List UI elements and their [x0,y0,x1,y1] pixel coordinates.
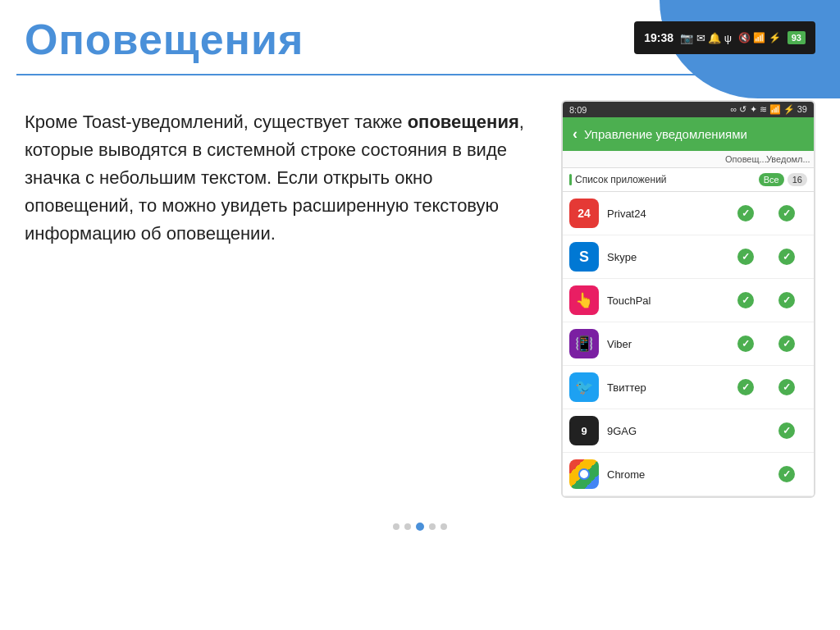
check-circle: ✓ [778,205,795,221]
chrome-inner-circle [578,468,590,480]
app-name-privat24: Privat24 [607,208,725,220]
phone-header: ‹ Управление уведомлениями [563,117,814,151]
page-indicator [0,523,840,531]
check1-skype: ✓ [725,249,766,265]
battery-level: 93 [788,31,806,44]
check-cols-9gag: ✓ [725,422,807,439]
dot-3-active [416,523,424,531]
check-circle: ✓ [737,292,754,308]
check1-twitter: ✓ [725,379,766,395]
check1-chrome [725,466,766,482]
check2-chrome: ✓ [766,466,807,482]
text-part1: Кроме Toast-уведомлений, существует такж… [25,112,408,132]
dot-5 [441,523,447,530]
status-bar: 19:38 📷 ✉ 🔔 ψ 🔇 📶 ⚡ 93 [634,21,815,54]
app-list-header: Список приложений Все 16 [563,168,814,192]
check2-twitter: ✓ [766,379,807,395]
app-name-viber: Viber [607,338,725,350]
check-circle: ✓ [737,249,754,265]
phone-status-bar: 8:09 ∞ ↺ ✦ ≋ 📶 ⚡ 39 [563,102,814,117]
check-cols-viber: ✓ ✓ [725,336,807,352]
app-name-twitter: Твиттер [607,381,725,394]
check-cols-skype: ✓ ✓ [725,249,807,265]
app-row-9gag[interactable]: 9 9GAG ✓ [563,409,814,453]
app-icon-skype: S [569,242,599,272]
dot-4 [429,523,436,530]
tab-count[interactable]: 16 [788,173,807,186]
app-name-9gag: 9GAG [607,425,725,437]
check-circle: ✓ [737,205,754,221]
col-header-1: Оповещ... [725,154,766,164]
app-icon-9gag: 9 [569,416,599,445]
check-circle: ✓ [778,292,795,308]
col-header-2: Уведомл... [766,154,807,164]
column-headers: Оповещ... Уведомл... [563,151,814,168]
check-cols-touchpal: ✓ ✓ [725,292,807,308]
check-cols-twitter: ✓ ✓ [725,379,807,395]
check1-viber: ✓ [725,336,766,352]
check1-9gag [725,422,766,439]
dot-2 [404,523,411,530]
check-circle: ✓ [778,379,795,395]
phone-mockup: 8:09 ∞ ↺ ✦ ≋ 📶 ⚡ 39 ‹ Управление уведомл… [561,100,815,498]
check-circle: ✓ [778,466,795,482]
check1-privat24: ✓ [725,205,766,221]
app-row-viber[interactable]: 📳 Viber ✓ ✓ [563,322,814,366]
check-circle: ✓ [778,422,795,439]
app-icon-viber: 📳 [569,329,599,358]
header: Оповещения 19:38 📷 ✉ 🔔 ψ 🔇 📶 ⚡ 93 [0,0,840,74]
app-row-touchpal[interactable]: 👆 TouchPal ✓ ✓ [563,279,814,322]
app-name-skype: Skype [607,251,725,263]
back-arrow-icon[interactable]: ‹ [573,126,578,143]
check-circle: ✓ [778,336,795,352]
phone-status-icons: ∞ ↺ ✦ ≋ 📶 ⚡ 39 [731,104,807,115]
check2-9gag: ✓ [766,422,807,439]
check2-touchpal: ✓ [766,292,807,308]
check-cols-privat24: ✓ ✓ [725,205,807,221]
dot-1 [393,523,399,530]
app-row-twitter[interactable]: 🐦 Твиттер ✓ ✓ [563,366,814,409]
check2-skype: ✓ [766,249,807,265]
check-circle: ✓ [737,336,754,352]
check-circle: ✓ [778,249,795,265]
status-time: 19:38 [644,31,673,44]
body-text: Кроме Toast-уведомлений, существует такж… [25,100,536,498]
check2-viber: ✓ [766,336,807,352]
check1-touchpal: ✓ [725,292,766,308]
app-name-touchpal: TouchPal [607,294,725,307]
phone-header-title: Управление уведомлениями [584,127,747,141]
phone-time: 8:09 [569,105,587,115]
filter-tabs: Все 16 [759,173,807,186]
check-circle: ✓ [737,379,754,395]
app-row-skype[interactable]: S Skype ✓ ✓ [563,235,814,279]
app-name-chrome: Chrome [607,468,725,481]
text-bold: оповещения [408,112,519,132]
app-icon-touchpal: 👆 [569,285,599,315]
app-icon-twitter: 🐦 [569,372,599,402]
page-title: Оповещения [25,15,634,64]
app-row-privat24[interactable]: 24 Privat24 ✓ ✓ [563,192,814,235]
section-label: Список приложений [569,174,667,185]
app-icon-chrome [569,459,599,489]
status-icons: 📷 ✉ 🔔 ψ [680,32,732,44]
tab-all[interactable]: Все [759,173,784,186]
check-cols-chrome: ✓ [725,466,807,482]
app-icon-privat24: 24 [569,199,599,228]
app-row-chrome[interactable]: Chrome ✓ [563,453,814,496]
main-content: Кроме Toast-уведомлений, существует такж… [0,75,840,514]
signal-icons: 🔇 📶 ⚡ [738,32,781,43]
check2-privat24: ✓ [766,205,807,221]
